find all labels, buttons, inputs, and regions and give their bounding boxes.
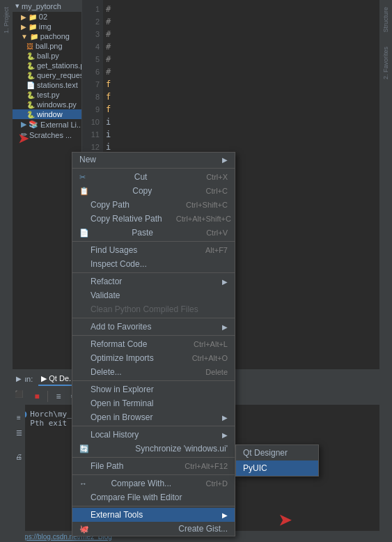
menu-item-add-favorites[interactable]: Add to Favorites ▶ — [72, 320, 235, 334]
tree-item-label: 02 — [39, 13, 47, 21]
tree-item-02[interactable]: ▶ 📁 02 — [13, 12, 81, 22]
code-line-6: # — [103, 65, 392, 78]
code-line-7: f — [103, 78, 392, 91]
menu-item-cut[interactable]: ✂ Cut Ctrl+X — [72, 170, 235, 184]
tree-item-windows-py[interactable]: 🐍 windows.py — [13, 100, 81, 109]
menu-item-synchronize[interactable]: 🔄 Synchronize 'windows.ui' — [72, 442, 235, 456]
menu-item-validate[interactable]: Validate — [72, 288, 235, 302]
favorites-label[interactable]: 2. Favorites — [382, 47, 389, 79]
menu-item-delete[interactable]: Delete... Delete — [72, 365, 235, 379]
cut-icon: ✂ — [79, 173, 86, 182]
tree-item-external-lib[interactable]: ▶ 📚 External Li... — [13, 119, 81, 130]
png-icon: 🖼 — [26, 42, 33, 50]
menu-item-copy-path[interactable]: Copy Path Ctrl+Shift+C — [72, 198, 235, 212]
menu-item-external-tools[interactable]: External Tools ▶ — [72, 508, 235, 522]
tools-btn-1[interactable]: ▶ — [13, 372, 25, 385]
project-root-label: ▾ — [15, 1, 19, 10]
tree-item-label: pachong — [40, 32, 70, 40]
tree-item-test-py[interactable]: 🐍 test.py — [13, 90, 81, 100]
tree-item-label: stations.text — [37, 81, 78, 89]
menu-item-find-usages[interactable]: Find Usages Alt+F7 — [72, 243, 235, 257]
compare-icon: ↔ — [79, 479, 87, 488]
menu-item-label: File Path — [91, 461, 123, 471]
copy-shortcut: Ctrl+C — [206, 187, 228, 195]
menu-item-create-gist[interactable]: 🐙 Create Gist... — [72, 522, 235, 536]
menu-item-compare-with[interactable]: ↔ Compare With... Ctrl+D — [72, 477, 235, 490]
py-icon: 🐍 — [26, 72, 35, 79]
tree-item-ball-png[interactable]: 🖼 ball.png — [13, 41, 81, 51]
menu-item-label: Refactor — [91, 277, 122, 286]
menu-item-file-path[interactable]: File Path Ctrl+Alt+F12 — [72, 459, 235, 473]
submenu-item-pyuic[interactable]: PyUIC — [236, 460, 318, 476]
tree-item-label: window — [37, 110, 63, 118]
red-arrow-pyuic: ➤ — [279, 511, 291, 529]
menu-item-copy-relative-path[interactable]: Copy Relative Path Ctrl+Alt+Shift+C — [72, 212, 235, 226]
sync-icon: 🔄 — [79, 444, 89, 454]
menu-item-label: Compare File with Editor — [91, 493, 182, 502]
menu-item-local-history[interactable]: Local History ▶ — [72, 428, 235, 442]
tree-item-window[interactable]: 🐍 window — [13, 109, 81, 119]
menu-item-label: Open in Terminal — [91, 398, 154, 408]
folder-icon: ▼ 📁 — [21, 33, 38, 40]
tools-btn-5[interactable]: 🖨 — [13, 450, 25, 463]
tree-item-query-request[interactable]: 🐍 query_request.py — [13, 70, 81, 80]
tree-item-label: query_request.py — [37, 71, 82, 79]
menu-item-new[interactable]: New ▶ — [72, 153, 235, 167]
tools-btn-2[interactable]: ⬛ — [13, 387, 25, 400]
copy-relative-shortcut: Ctrl+Alt+Shift+C — [176, 215, 231, 223]
optimize-shortcut: Ctrl+Alt+O — [192, 354, 228, 362]
menu-item-label: Reformat Code — [91, 339, 147, 349]
menu-item-reformat[interactable]: Reformat Code Ctrl+Alt+L — [72, 337, 235, 351]
line-num-3: 3 — [82, 28, 103, 40]
tree-item-label: Scratches ... — [29, 131, 72, 139]
external-lib-icon: ▶ 📚 — [21, 120, 38, 129]
py-icon: 🐍 — [26, 91, 35, 99]
menu-item-label: Inspect Code... — [91, 259, 147, 269]
tree-item-pachong[interactable]: ▼ 📁 pachong — [13, 31, 81, 41]
tree-item-label: get_stations.py — [37, 61, 82, 70]
menu-item-label: Copy — [132, 186, 152, 196]
menu-item-label: Copy Path — [91, 200, 130, 210]
line-num-9: 9 — [82, 103, 103, 116]
txt-icon: 📄 — [26, 82, 35, 89]
copy-icon: 📋 — [79, 187, 89, 196]
submenu-item-qt-designer[interactable]: Qt Designer — [236, 445, 318, 460]
menu-item-label: Clean Python Compiled Files — [91, 304, 198, 314]
tools-btn-3[interactable]: ≡ — [13, 411, 25, 424]
menu-item-label: Validate — [91, 291, 120, 300]
menu-item-paste[interactable]: 📄 Paste Ctrl+V — [72, 226, 235, 240]
menu-item-optimize-imports[interactable]: Optimize Imports Ctrl+Alt+O — [72, 351, 235, 365]
code-line-8: f — [103, 91, 392, 103]
tree-header: ▾ my_pytorch — [13, 0, 81, 12]
tree-item-ball-py[interactable]: 🐍 ball.py — [13, 51, 81, 61]
menu-item-label: External Tools — [91, 510, 143, 520]
tree-item-label: ball.py — [37, 52, 59, 60]
menu-item-copy[interactable]: 📋 Copy Ctrl+C — [72, 184, 235, 198]
gist-icon: 🐙 — [79, 525, 89, 534]
tree-item-img[interactable]: ▶ 📁 img — [13, 22, 81, 31]
line-num-4: 4 — [82, 40, 103, 53]
folder-icon: ▶ 📁 — [21, 23, 37, 31]
py-icon: 🐍 — [26, 62, 35, 70]
submenu-item-label: PyUIC — [243, 463, 267, 473]
toolbar-divider — [47, 391, 48, 402]
menu-item-refactor[interactable]: Refactor ▶ — [72, 274, 235, 288]
menu-item-inspect-code[interactable]: Inspect Code... — [72, 257, 235, 271]
menu-item-label: Create Gist... — [178, 524, 228, 534]
run-scroll-button[interactable]: ≡ — [52, 390, 65, 403]
menu-item-label: Local History — [91, 430, 139, 440]
tools-btn-4[interactable]: ☰ — [13, 426, 25, 439]
menu-item-open-browser[interactable]: Open in Browser ▶ — [72, 410, 235, 424]
project-panel-label[interactable]: 1. Project — [3, 7, 10, 33]
menu-item-open-terminal[interactable]: Open in Terminal — [72, 396, 235, 410]
run-stop-button[interactable]: ■ — [31, 390, 43, 403]
tree-item-label: ball.png — [36, 42, 63, 50]
tree-item-get-stations[interactable]: 🐍 get_stations.py — [13, 61, 81, 70]
code-line-3: # — [103, 28, 392, 40]
tree-item-stations-text[interactable]: 📄 stations.text — [13, 80, 81, 90]
compare-shortcut: Ctrl+D — [206, 479, 228, 488]
menu-item-show-explorer[interactable]: Show in Explorer — [72, 382, 235, 396]
structure-label[interactable]: Structure — [382, 7, 389, 33]
menu-item-compare-editor[interactable]: Compare File with Editor — [72, 490, 235, 504]
tree-item-label: test.py — [37, 91, 59, 99]
